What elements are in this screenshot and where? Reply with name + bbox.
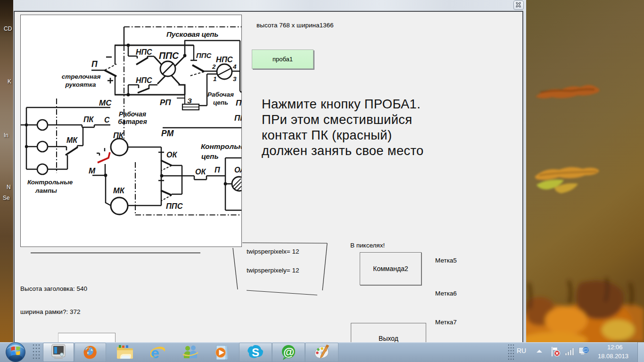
- svg-text:S: S: [252, 346, 259, 359]
- svg-text:@: @: [283, 346, 294, 358]
